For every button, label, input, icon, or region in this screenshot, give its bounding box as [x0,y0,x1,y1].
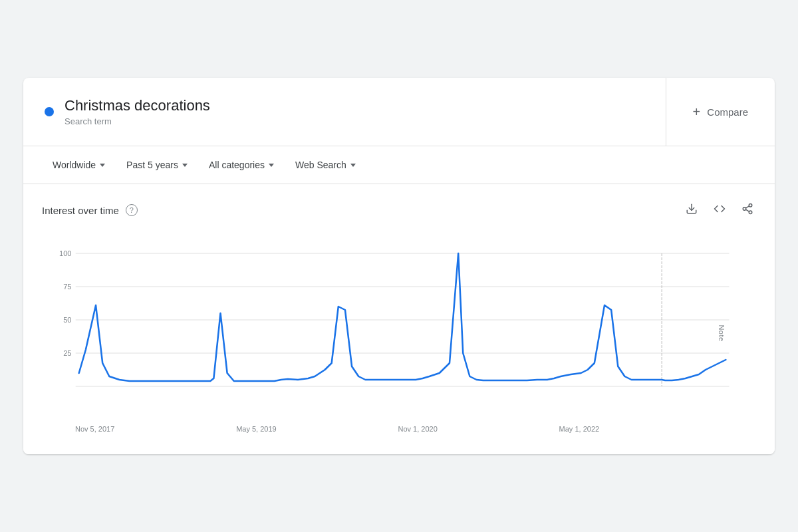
main-container: Christmas decorations Search term + Comp… [23,78,775,455]
chevron-down-icon [100,164,105,167]
chart-section: Interest over time ? [23,184,775,454]
x-labels: Nov 5, 2017 May 5, 2019 Nov 1, 2020 May … [42,422,756,433]
trend-chart: 100 75 50 25 [42,233,756,420]
share-button[interactable] [739,200,756,220]
svg-text:100: 100 [59,249,72,257]
filter-location-label: Worldwide [53,160,96,170]
help-icon[interactable]: ? [126,204,138,216]
note-label: Note [717,325,725,342]
filter-time-label: Past 5 years [126,160,178,170]
filter-search-type-label: Web Search [295,160,346,170]
search-header: Christmas decorations Search term + Comp… [23,78,775,147]
download-button[interactable] [683,200,700,220]
search-term-type: Search term [65,116,112,126]
svg-text:50: 50 [63,316,71,324]
chevron-down-icon [350,164,356,167]
filter-location[interactable]: Worldwide [45,156,113,174]
compare-section[interactable]: + Compare [666,86,775,138]
embed-button[interactable] [711,200,728,220]
chevron-down-icon [182,164,188,167]
chart-title-area: Interest over time ? [42,204,138,216]
x-label-0: Nov 5, 2017 [75,425,114,433]
chart-wrapper: 100 75 50 25 Note Nov 5, 2017 May 5, 201… [42,233,756,433]
x-label-spacer [721,425,723,433]
chart-actions [683,200,756,220]
search-term-section: Christmas decorations Search term [23,78,666,146]
filter-time[interactable]: Past 5 years [118,156,196,174]
filter-category[interactable]: All categories [201,156,282,174]
filter-category-label: All categories [209,160,265,170]
svg-line-4 [745,209,749,211]
term-indicator-dot [45,107,54,116]
x-label-1: May 5, 2019 [236,425,277,433]
chart-title: Interest over time [42,205,119,216]
svg-text:25: 25 [63,349,71,357]
search-term-title: Christmas decorations [65,96,210,116]
filter-search-type[interactable]: Web Search [287,156,364,174]
x-label-2: Nov 1, 2020 [398,425,437,433]
chevron-down-icon [269,164,274,167]
compare-label: Compare [707,106,748,118]
search-term-text: Christmas decorations Search term [65,96,210,128]
svg-line-5 [745,206,749,208]
x-label-3: May 1, 2022 [559,425,600,433]
plus-icon: + [693,104,701,120]
filters-bar: Worldwide Past 5 years All categories We… [23,146,775,184]
chart-header: Interest over time ? [42,200,756,220]
svg-text:75: 75 [63,283,71,291]
